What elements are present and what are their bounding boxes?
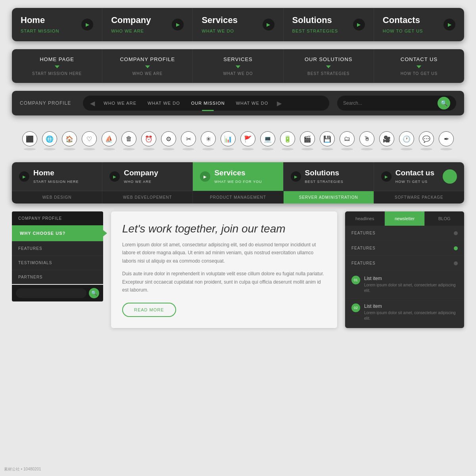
icon-item-0[interactable]: ⬛ [22, 131, 37, 150]
widget-list-item-0: 01 List item Lorem ipsum dolor sit amet,… [345, 271, 464, 299]
nav4-title-2: Services [214, 169, 276, 177]
nav4-item-1[interactable]: ▶ Company WHO WE ARE [102, 162, 193, 191]
nav4-submenu-item-2[interactable]: PRODUCT MANAGEMENT [193, 191, 283, 203]
icon-item-6[interactable]: ⏰ [141, 131, 156, 150]
nav1-arrow-4: ▶ [443, 19, 455, 31]
icon-item-13[interactable]: 🔋 [280, 131, 295, 150]
watermark: 素材公社 • 10480201 [4, 466, 41, 472]
nav3-search-button[interactable]: 🔍 [438, 97, 450, 109]
icon-item-17[interactable]: 🖱 [359, 131, 374, 150]
nav4-submenu-item-3[interactable]: SERVER ADMINISTRATION [284, 191, 374, 203]
widget-feature-2[interactable]: FEATURES [345, 256, 464, 271]
film-icon: 🎬 [300, 131, 315, 146]
nav4-item-2[interactable]: ▶ Services WHAT WE DO FOR YOU [193, 162, 283, 191]
sidebar: COMPANY PROFILE WHY CHOOSE US? FEATUREST… [12, 211, 103, 328]
nav3-item-1[interactable]: WHAT WE DO [142, 101, 186, 106]
globe-icon: 🌐 [42, 131, 57, 146]
asterisk-icon: ✳ [201, 131, 216, 146]
icon-item-4[interactable]: ⛵ [102, 131, 117, 150]
nav2-arrow-2 [236, 65, 240, 68]
main-title: Let's work together, join our team [122, 223, 326, 235]
icon-item-15[interactable]: 💾 [320, 131, 335, 150]
nav3-item-3[interactable]: WHAT WE DO [230, 101, 274, 106]
icon-item-19[interactable]: 🕐 [399, 131, 414, 150]
nav1-text-4: Contacts HOW TO GET US [383, 15, 443, 34]
icon-item-7[interactable]: ⚙ [161, 131, 176, 150]
icon-item-16[interactable]: 🗂 [340, 131, 355, 150]
nav2-item-1[interactable]: COMPANY PROFILE WHO WE ARE [102, 49, 193, 83]
sidebar-item-2[interactable]: PARTNERS [12, 270, 103, 284]
nav1-item-4[interactable]: Contacts HOW TO GET US ▶ [374, 8, 464, 41]
nav4-submenu-item-1[interactable]: WEB DEVELOPEMENT [102, 191, 193, 203]
icon-item-3[interactable]: ♡ [82, 131, 97, 150]
icon-item-2[interactable]: 🏠 [62, 131, 77, 150]
nav2-sub-3: BEST STRATEGIES [307, 71, 349, 76]
nav3-item-0[interactable]: WHO WE ARE [98, 101, 142, 106]
widget-feature-1[interactable]: FEATURES [345, 241, 464, 256]
nav2-title-4: CONTACT US [401, 56, 438, 62]
nav3-next-arrow[interactable]: ▶ [274, 100, 285, 107]
nav4-submenu-item-0[interactable]: WEB DESIGN [12, 191, 102, 203]
nav2-item-4[interactable]: CONTACT US HOW TO GET US [374, 49, 464, 83]
sidebar-item-0[interactable]: FEATURES [12, 241, 103, 255]
nav3-prev-arrow[interactable]: ◀ [87, 100, 98, 107]
nav1-text-1: Company WHO WE ARE [111, 15, 172, 34]
sidebar-search-input[interactable] [16, 288, 86, 298]
nav4-item-0[interactable]: ▶ Home START MISSION HERE [12, 162, 102, 191]
icon-item-14[interactable]: 🎬 [300, 131, 315, 150]
nav1-item-1[interactable]: Company WHO WE ARE ▶ [102, 8, 193, 41]
widget-tab-2[interactable]: BLOG [425, 211, 464, 226]
read-more-button[interactable]: READ MORE [122, 303, 176, 317]
nav2-item-0[interactable]: HOME PAGE START MISSION HERE [12, 49, 102, 83]
nav4-submenu-item-4[interactable]: SOFTWARE PACKAGE [374, 191, 464, 203]
nav1-sub-0: START MISSION [21, 29, 59, 33]
widget-tab-1[interactable]: newsletter [385, 211, 424, 226]
icon-item-1[interactable]: 🌐 [42, 131, 57, 150]
nav1-title-4: Contacts [383, 15, 443, 25]
nav1-text-0: Home START MISSION [21, 15, 81, 34]
nav4-item-4[interactable]: ▶ Contact us HOW TI GET US [374, 162, 464, 191]
sidebar-active-item[interactable]: WHY CHOOSE US? [12, 225, 103, 241]
nav3-search-container: 🔍 [337, 96, 456, 111]
nav1-text-2: Services WHAT WE DO [202, 15, 262, 34]
icon-item-18[interactable]: 🎥 [379, 131, 394, 150]
nav2-sub-0: START MISSION HERE [32, 71, 82, 76]
nav2-arrow-0 [55, 65, 60, 68]
trash-icon: 🗑 [121, 131, 136, 146]
icon-item-8[interactable]: ✂ [181, 131, 196, 150]
nav2-sub-4: HOW TO GET US [401, 71, 438, 76]
nav4-item-3[interactable]: ▶ Solutions BEST STRATEGIES [284, 162, 374, 191]
nav2-arrow-1 [145, 65, 150, 68]
nav2-item-3[interactable]: OUR SOLUTIONS BEST STRATEGIES [284, 49, 374, 83]
icon-item-5[interactable]: 🗑 [121, 131, 136, 150]
nav4-title-0: Home [33, 169, 95, 177]
sidebar-item-1[interactable]: TESTIMONIALS [12, 255, 103, 270]
widget-feature-label-2: FEATURES [351, 261, 376, 265]
mouse-icon: 🖱 [359, 131, 374, 146]
nav1-sub-4: HOW TO GET US [383, 29, 423, 33]
icon-shadow-4 [103, 148, 115, 150]
nav3-search-input[interactable] [343, 100, 438, 106]
icon-item-10[interactable]: 📊 [221, 131, 236, 150]
widget-feature-0[interactable]: FEATURES [345, 226, 464, 241]
nav1-item-3[interactable]: Solutions BEST STRATEGIES ▶ [284, 8, 374, 41]
nav3-item-2[interactable]: OUR MISSION [186, 101, 230, 106]
nav1-arrow-2: ▶ [263, 19, 274, 31]
widget-list-title-0: List item [364, 276, 458, 281]
nav2-sub-2: WHAT WE DO [223, 71, 253, 76]
icon-item-9[interactable]: ✳ [201, 131, 216, 150]
nav1-item-0[interactable]: Home START MISSION ▶ [12, 8, 102, 41]
nav2-item-2[interactable]: SERVICES WHAT WE DO [193, 49, 283, 83]
nav1-item-2[interactable]: Services WHAT WE DO ▶ [193, 8, 283, 41]
nav1-sub-3: BEST STRATEGIES [292, 29, 338, 33]
main-paragraph-1: Lorem ipsum dolor sit amet, consectetur … [122, 241, 326, 265]
icon-item-11[interactable]: 🚩 [240, 131, 255, 150]
icon-item-12[interactable]: 💻 [260, 131, 275, 150]
icon-shadow-3 [83, 148, 95, 150]
icon-shadow-5 [123, 148, 135, 150]
widget-tab-0[interactable]: headlines [345, 211, 385, 226]
sidebar-search-button[interactable]: 🔍 [89, 288, 99, 298]
icon-item-20[interactable]: 💬 [419, 131, 434, 150]
icon-shadow-12 [262, 148, 274, 150]
icon-item-21[interactable]: ✒ [439, 131, 454, 150]
